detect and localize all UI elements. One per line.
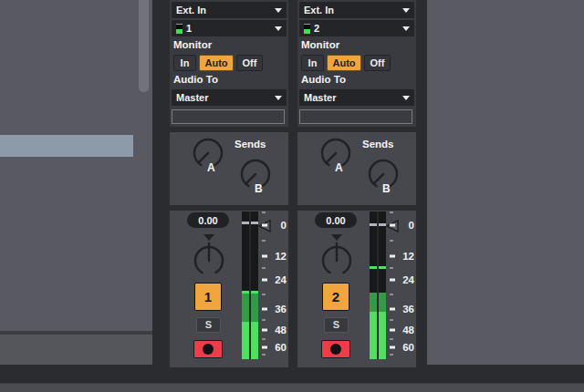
bottom-status-strip <box>0 383 584 392</box>
input-channel-dropdown[interactable]: 2 <box>299 20 414 36</box>
arm-record-button[interactable] <box>193 340 223 358</box>
track-io-section: Ext. In 1 Monitor In Auto Off Audio To M… <box>170 0 288 127</box>
input-level-icon <box>304 24 310 34</box>
sends-section: Sends A B <box>297 132 416 205</box>
track-strip-2: Ext. In 2 Monitor In Auto Off Audio To M… <box>297 0 416 367</box>
audio-to-label: Audio To <box>301 74 346 85</box>
chevron-down-icon <box>275 8 282 13</box>
track-io-section: Ext. In 2 Monitor In Auto Off Audio To M… <box>297 0 416 127</box>
mixer-section: 0.00 1 S 01224364860 <box>170 211 288 367</box>
meter-channel-divider <box>377 211 379 359</box>
chevron-down-icon <box>402 8 410 13</box>
send-b-label: B <box>382 182 391 195</box>
input-level-icon <box>176 24 182 34</box>
audio-to-value: Master <box>304 92 336 103</box>
ableton-session-view: Ext. In 1 Monitor In Auto Off Audio To M… <box>0 0 584 392</box>
track-activator-button[interactable]: 2 <box>322 283 349 311</box>
left-panel <box>0 0 152 365</box>
volume-value[interactable]: 0.00 <box>315 212 357 228</box>
pan-knob[interactable] <box>318 233 355 283</box>
right-panel <box>427 0 584 365</box>
output-channel-field[interactable] <box>299 109 412 124</box>
monitor-label: Monitor <box>301 39 339 50</box>
panel-lower-section <box>0 335 152 365</box>
input-type-value: Ext. In <box>176 5 206 15</box>
audio-to-dropdown[interactable]: Master <box>172 89 287 106</box>
audio-to-value: Master <box>176 92 208 103</box>
mixer-section: 0.00 2 S 01224364860 <box>297 211 416 367</box>
pan-knob[interactable] <box>191 233 227 283</box>
monitor-off-button[interactable]: Off <box>364 55 391 71</box>
chevron-down-icon <box>275 96 282 100</box>
audio-to-dropdown[interactable]: Master <box>299 89 414 106</box>
chevron-down-icon <box>275 26 282 31</box>
input-channel-dropdown[interactable]: 1 <box>172 20 287 36</box>
output-channel-field[interactable] <box>172 109 285 124</box>
arm-record-button[interactable] <box>321 340 350 358</box>
db-scale: 01224364860 <box>390 211 414 359</box>
selected-item-highlight[interactable] <box>0 135 133 157</box>
chevron-down-icon <box>402 96 410 100</box>
sends-label: Sends <box>362 139 394 150</box>
input-type-dropdown[interactable]: Ext. In <box>172 2 287 18</box>
monitor-auto-button[interactable]: Auto <box>327 55 361 71</box>
track-strip-1: Ext. In 1 Monitor In Auto Off Audio To M… <box>170 0 288 367</box>
level-meter[interactable] <box>370 211 386 359</box>
sends-section: Sends A B <box>170 132 288 205</box>
input-type-value: Ext. In <box>304 5 334 15</box>
solo-button[interactable]: S <box>196 317 221 333</box>
solo-button[interactable]: S <box>324 317 349 333</box>
record-dot-icon <box>203 344 214 355</box>
input-channel-value: 1 <box>186 23 192 34</box>
monitor-off-button[interactable]: Off <box>236 55 263 71</box>
monitor-auto-button[interactable]: Auto <box>199 55 234 71</box>
level-meter[interactable] <box>242 211 258 359</box>
send-a-label: A <box>335 161 343 174</box>
monitor-label: Monitor <box>173 39 212 50</box>
volume-value[interactable]: 0.00 <box>187 212 229 228</box>
scrollbar-thumb[interactable] <box>139 0 149 92</box>
send-b-label: B <box>255 182 263 195</box>
track-activator-button[interactable]: 1 <box>194 283 222 311</box>
sends-label: Sends <box>235 139 266 150</box>
monitor-in-button[interactable]: In <box>173 55 196 71</box>
record-dot-icon <box>330 344 341 355</box>
chevron-down-icon <box>402 26 410 31</box>
input-channel-value: 2 <box>314 23 319 34</box>
db-scale: 01224364860 <box>262 211 287 359</box>
input-type-dropdown[interactable]: Ext. In <box>299 2 414 18</box>
audio-to-label: Audio To <box>173 74 218 85</box>
send-a-label: A <box>207 161 215 174</box>
meter-channel-divider <box>249 211 251 359</box>
monitor-in-button[interactable]: In <box>301 55 324 71</box>
